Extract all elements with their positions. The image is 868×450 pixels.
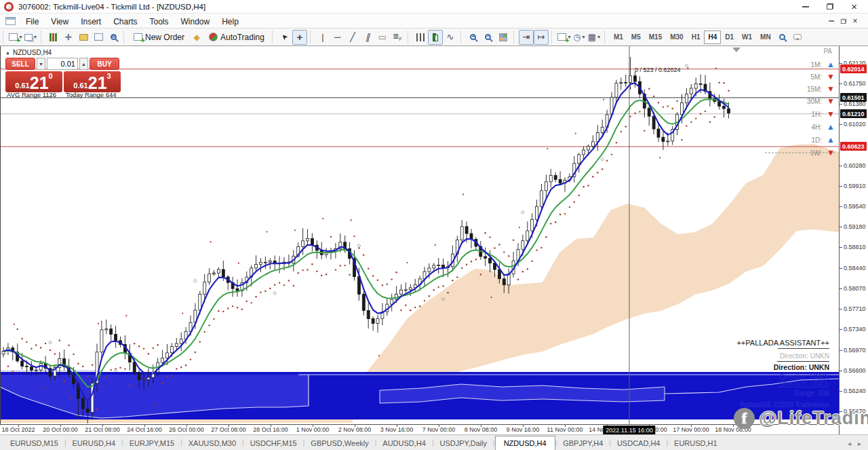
tile-windows-button[interactable]: [496, 30, 511, 45]
navigator-button[interactable]: ✛: [61, 30, 76, 45]
trendline-button[interactable]: ╱: [345, 30, 360, 45]
shapes-button[interactable]: ▭: [375, 30, 390, 45]
sell-price-big: 21: [30, 75, 49, 91]
time-axis[interactable]: 18 Oct 202220 Oct 00:0021 Oct 08:0024 Oc…: [0, 424, 839, 434]
chart-window-icon[interactable]: [5, 17, 16, 25]
time-axis-label: 26 Oct 00:00: [169, 426, 204, 433]
trendline-icon: ╱: [350, 32, 355, 42]
crosshair-icon: +: [297, 31, 303, 43]
title-bar[interactable]: 3076002: Tickmill-Live04 - Tickmill Ltd …: [0, 0, 868, 14]
menu-insert[interactable]: Insert: [75, 15, 107, 29]
menu-help[interactable]: Help: [216, 15, 245, 29]
child-close-button[interactable]: ×: [853, 18, 858, 24]
price-badge-0.60623: 0.60623: [840, 142, 867, 151]
chart-tab-eurusd-m15[interactable]: EURUSD,M15: [4, 436, 64, 450]
chart-tab-nzdusd-h4[interactable]: NZDUSD,H4: [495, 436, 555, 450]
expert-advisors-button[interactable]: ◆: [189, 30, 204, 45]
search-icon: [779, 34, 785, 40]
child-minimize-button[interactable]: [829, 20, 835, 22]
today-range-label: Today Range 644: [66, 91, 116, 98]
symbol-label[interactable]: ▲ NZDUSD,H4: [5, 49, 52, 56]
tabs-scroll-right-button[interactable]: ▸: [858, 440, 861, 447]
chart-tab-audusd-h4[interactable]: AUDUSD,H4: [376, 436, 432, 450]
profiles-button[interactable]: ▾: [23, 30, 38, 45]
pallada-separator: [777, 361, 829, 362]
timeframe-M30[interactable]: M30: [666, 31, 687, 44]
periods-button[interactable]: ◷▾: [572, 30, 587, 45]
minimize-button[interactable]: [802, 6, 809, 7]
cursor-button[interactable]: ➤: [277, 30, 292, 45]
sell-button[interactable]: SELL: [5, 58, 35, 70]
chart-shift-button[interactable]: ↦: [534, 30, 549, 45]
timeframe-D1[interactable]: D1: [721, 31, 738, 44]
channel-button[interactable]: ∥: [360, 30, 375, 45]
fibonacci-icon: ≣F: [393, 32, 402, 41]
child-restore-button[interactable]: [841, 18, 846, 23]
timeframe-MN[interactable]: MN: [756, 31, 775, 44]
chart-tab-eurusd-h1[interactable]: EURUSD,H1: [668, 436, 724, 450]
line-chart-button[interactable]: ∿: [443, 30, 458, 45]
chart-tab-gbpjpy-h4[interactable]: GBPJPY,H4: [557, 436, 609, 450]
auto-scroll-button[interactable]: ⇥: [519, 30, 534, 45]
buy-button[interactable]: BUY: [90, 58, 119, 70]
chart-tab-usdcad-h4[interactable]: USDCAD,H4: [611, 436, 667, 450]
close-button[interactable]: ×: [851, 3, 857, 10]
indicators-button[interactable]: +▾: [557, 30, 572, 45]
price-axis[interactable]: 0.621200.617500.613800.610200.602800.599…: [839, 46, 868, 434]
volume-input[interactable]: [47, 58, 78, 70]
chart-tab-usdjpy-daily[interactable]: USDJPY,Daily: [434, 436, 494, 450]
price-tick: [840, 371, 842, 371]
timeframe-H1[interactable]: H1: [688, 31, 705, 44]
pallada-direction-row: Direction: UNKN: [774, 363, 829, 371]
chart-tab-gbpusd-weekly[interactable]: GBPUSD,Weekly: [304, 436, 374, 450]
mt4-logo-icon: [4, 2, 14, 12]
chart-tab-xauusd-m30[interactable]: XAUUSD,M30: [182, 436, 242, 450]
zoom-out-button[interactable]: −: [481, 30, 496, 45]
candlestick-button[interactable]: [428, 30, 443, 45]
community-button[interactable]: [790, 30, 805, 45]
menu-charts[interactable]: Charts: [107, 15, 143, 29]
time-axis-label: 18 Nov 08:00: [715, 426, 751, 433]
volume-decrease-button[interactable]: ▼: [37, 58, 45, 70]
new-chart-button[interactable]: +▾: [8, 30, 23, 45]
chart-tab-eurjpy-m15[interactable]: EURJPY,M15: [123, 436, 180, 450]
horizontal-line-button[interactable]: ─: [330, 30, 345, 45]
pallada-copyright: PalladaSE ©2009 TradeWays: [740, 401, 829, 409]
menu-window[interactable]: Window: [175, 15, 216, 29]
arrow-down-icon: ▼: [827, 109, 835, 119]
toolbar-handle: [123, 31, 127, 43]
bar-chart-button[interactable]: [413, 30, 428, 45]
market-watch-button[interactable]: [46, 30, 61, 45]
autotrading-button[interactable]: AutoTrading: [204, 30, 269, 45]
timeframe-M5[interactable]: M5: [627, 31, 645, 44]
buy-price[interactable]: 0.61213: [64, 71, 121, 92]
price-chart[interactable]: [0, 46, 839, 424]
tabs-scroll-left-button[interactable]: ◂: [848, 440, 851, 447]
chart-area[interactable]: ▲ NZDUSD,H4 SELL ▼ ▲ BUY 0.61210 0.61213: [0, 46, 839, 424]
menu-file[interactable]: File: [20, 15, 45, 29]
restore-button[interactable]: [827, 3, 833, 10]
zoom-in-button[interactable]: +: [466, 30, 481, 45]
timeframe-W1[interactable]: W1: [738, 31, 756, 44]
menu-tools[interactable]: Tools: [144, 15, 175, 29]
pa-row-1M: 1M:▲: [810, 60, 835, 69]
templates-button[interactable]: ▦▾: [587, 30, 601, 45]
volume-increase-button[interactable]: ▲: [79, 58, 88, 70]
collapse-panel-icon[interactable]: ▲: [5, 50, 10, 55]
crosshair-button[interactable]: +: [292, 30, 307, 45]
timeframe-M15[interactable]: M15: [645, 31, 666, 44]
new-order-button[interactable]: +New Order: [129, 30, 189, 45]
fibonacci-button[interactable]: ≣F: [390, 30, 405, 45]
timeframe-M1[interactable]: M1: [610, 31, 627, 44]
data-window-icon: [94, 33, 103, 41]
terminal-button[interactable]: [76, 30, 91, 45]
sell-price[interactable]: 0.61210: [5, 71, 62, 92]
chart-tab-eurusd-h4[interactable]: EURUSD,H4: [66, 436, 122, 450]
strategy-tester-button[interactable]: M: [106, 30, 121, 45]
timeframe-H4[interactable]: H4: [704, 31, 721, 44]
chart-tab-usdchf-m15[interactable]: USDCHF,M15: [244, 436, 303, 450]
vertical-line-button[interactable]: |: [315, 30, 330, 45]
search-button[interactable]: [775, 30, 790, 45]
menu-view[interactable]: View: [45, 15, 75, 29]
data-window-button[interactable]: [91, 30, 106, 45]
